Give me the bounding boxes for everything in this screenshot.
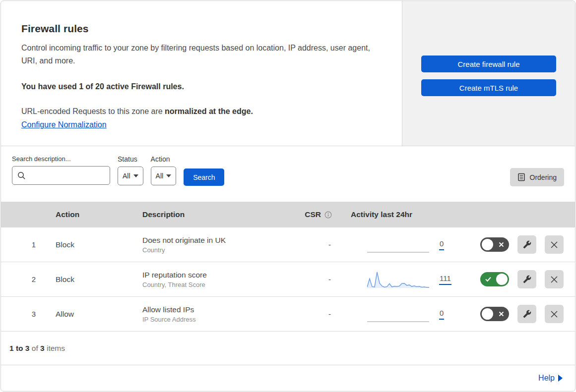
- rule-priority: 2: [1, 275, 46, 283]
- table-header: Action Description CSR Activity last 24h…: [1, 202, 575, 227]
- status-filter-group: Status All: [118, 155, 143, 185]
- rule-enabled-toggle[interactable]: [480, 272, 509, 286]
- search-label: Search description...: [12, 155, 110, 163]
- activity-count-link[interactable]: 0: [439, 239, 444, 250]
- rule-activity-cell: 0: [336, 305, 460, 324]
- create-firewall-rule-button[interactable]: Create firewall rule: [421, 56, 556, 72]
- col-csr-label: CSR: [305, 210, 321, 219]
- activity-count-link[interactable]: 111: [439, 274, 451, 285]
- rule-activity-cell: 0: [336, 235, 460, 254]
- activity-count-link[interactable]: 0: [439, 309, 444, 320]
- rule-description: IP reputation score: [142, 271, 276, 280]
- wrench-icon: [523, 310, 531, 318]
- intro-text-panel: Firewall rules Control incoming traffic …: [1, 1, 402, 146]
- chevron-down-icon: [166, 174, 171, 177]
- rule-action: Block: [46, 275, 132, 284]
- search-input[interactable]: [30, 171, 105, 179]
- page-description: Control incoming traffic to your zone by…: [21, 42, 378, 67]
- info-icon[interactable]: [324, 211, 332, 219]
- edit-rule-button[interactable]: [517, 305, 536, 323]
- normalization-note-text: URL-encoded Requests to this zone are: [21, 107, 165, 115]
- table-row: 1 Block Does not originate in UK Country…: [1, 227, 575, 262]
- action-dropdown-value: All: [156, 172, 164, 180]
- page-title: Firewall rules: [21, 23, 378, 35]
- search-group: Search description...: [12, 155, 110, 185]
- configure-normalization-link[interactable]: Configure Normalization: [21, 120, 107, 129]
- wrench-icon: [523, 275, 531, 283]
- intro-section: Firewall rules Control incoming traffic …: [1, 1, 575, 146]
- action-dropdown[interactable]: All: [151, 167, 177, 185]
- pagination-summary: 1 to 3 of 3 items: [1, 332, 575, 365]
- search-icon: [17, 171, 26, 180]
- ordering-list-icon: [517, 173, 525, 181]
- activity-sparkline: [367, 235, 429, 254]
- help-link[interactable]: Help: [538, 374, 563, 383]
- pagination-of: of: [29, 344, 40, 352]
- rule-fields: Country: [142, 246, 276, 254]
- rule-csr-value: -: [328, 275, 336, 283]
- pagination-items: items: [45, 344, 65, 352]
- table-row: 2 Block IP reputation score Country, Thr…: [1, 262, 575, 297]
- rule-enabled-toggle[interactable]: [480, 307, 509, 321]
- rule-description-cell: Does not originate in UK Country: [132, 236, 276, 254]
- rule-description-cell: IP reputation score Country, Threat Scor…: [132, 271, 276, 288]
- pagination-total: 3: [40, 344, 45, 352]
- action-filter-group: Action All: [151, 155, 177, 185]
- toggle-knob: [482, 308, 493, 320]
- toggle-knob: [482, 239, 493, 250]
- activity-sparkline: [367, 305, 429, 324]
- toggle-off-x-icon: [499, 311, 504, 317]
- rule-priority: 1: [1, 240, 46, 249]
- toggle-knob: [496, 274, 508, 285]
- delete-rule-button[interactable]: [545, 305, 564, 323]
- rule-priority: 3: [1, 310, 46, 318]
- close-icon: [550, 310, 558, 318]
- wrench-icon: [523, 240, 531, 249]
- help-link-label: Help: [538, 374, 555, 383]
- rule-csr-value: -: [328, 310, 336, 318]
- firewall-rules-card: Firewall rules Control incoming traffic …: [0, 0, 576, 392]
- col-activity: Activity last 24hr: [336, 210, 460, 219]
- rule-controls: [460, 270, 575, 288]
- rule-enabled-toggle[interactable]: [480, 237, 509, 252]
- activity-sparkline: [367, 270, 429, 289]
- rule-fields: IP Source Address: [142, 316, 276, 323]
- action-panel: Create firewall rule Create mTLS rule: [402, 1, 575, 146]
- help-arrow-icon: [558, 375, 563, 382]
- delete-rule-button[interactable]: [545, 270, 564, 288]
- table-row: 3 Allow Allow listed IPs IP Source Addre…: [1, 297, 575, 332]
- rule-fields: Country, Threat Score: [142, 281, 276, 288]
- help-bar: Help: [1, 365, 575, 391]
- rule-action: Allow: [46, 310, 132, 319]
- rule-csr-value: -: [328, 240, 336, 249]
- rule-controls: [460, 235, 575, 254]
- normalization-note: URL-encoded Requests to this zone are no…: [21, 105, 378, 118]
- rule-action: Block: [46, 240, 132, 249]
- rule-activity-cell: 111: [336, 270, 460, 289]
- rule-description: Allow listed IPs: [142, 305, 276, 314]
- action-label: Action: [151, 155, 177, 163]
- ordering-button-label: Ordering: [530, 173, 557, 181]
- create-mtls-rule-button[interactable]: Create mTLS rule: [421, 79, 556, 96]
- col-action: Action: [46, 210, 132, 219]
- ordering-button[interactable]: Ordering: [510, 168, 564, 186]
- status-dropdown[interactable]: All: [118, 167, 143, 185]
- toggle-on-check-icon: [485, 277, 491, 282]
- search-button[interactable]: Search: [184, 168, 224, 186]
- close-icon: [550, 241, 558, 249]
- col-description: Description: [132, 210, 276, 219]
- col-csr: CSR: [305, 210, 336, 219]
- status-dropdown-value: All: [123, 172, 130, 180]
- rule-description: Does not originate in UK: [142, 236, 276, 245]
- usage-summary: You have used 1 of 20 active Firewall ru…: [21, 80, 378, 93]
- pagination-range: 1 to 3: [9, 344, 29, 352]
- edit-rule-button[interactable]: [517, 270, 536, 288]
- toggle-off-x-icon: [499, 242, 504, 247]
- search-input-wrapper: [12, 166, 110, 185]
- delete-rule-button[interactable]: [545, 235, 564, 254]
- rule-controls: [460, 305, 575, 323]
- status-label: Status: [118, 155, 143, 163]
- edit-rule-button[interactable]: [517, 235, 536, 254]
- filter-bar: Search description... Status All Action …: [1, 146, 575, 202]
- close-icon: [550, 276, 558, 283]
